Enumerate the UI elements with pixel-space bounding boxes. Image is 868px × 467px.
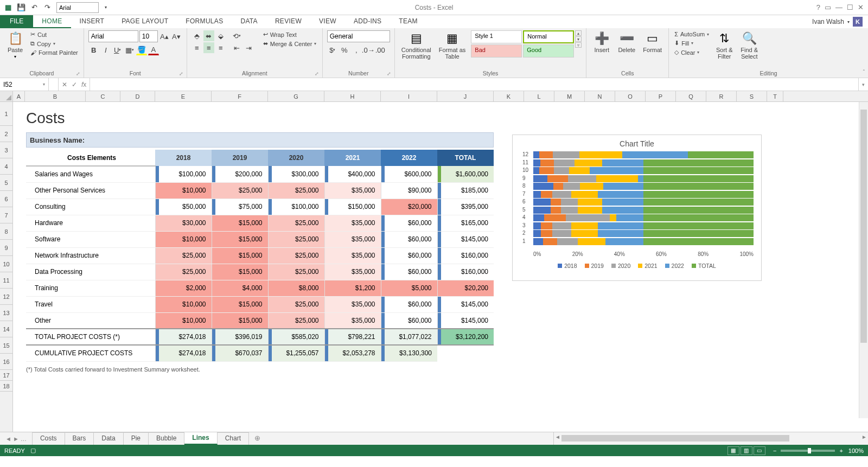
value-cell[interactable]: $8,000: [268, 280, 324, 296]
number-format-select[interactable]: [327, 30, 390, 42]
comma-icon[interactable]: ,: [351, 44, 362, 55]
dialog-launcher-icon[interactable]: ⤢: [315, 71, 319, 76]
zoom-level[interactable]: 100%: [848, 447, 864, 454]
row-header[interactable]: 11: [0, 272, 12, 289]
value-cell[interactable]: $35,000: [324, 264, 381, 280]
expand-formula-bar-icon[interactable]: ▾: [858, 78, 868, 91]
normal-view-icon[interactable]: ▦: [727, 446, 739, 455]
row-label[interactable]: Consulting: [26, 199, 155, 215]
cell-styles-gallery[interactable]: Style 1 Normal Bad Good: [471, 30, 574, 57]
value-cell[interactable]: $25,000: [155, 264, 212, 280]
column-header[interactable]: E: [155, 91, 212, 101]
tab-review[interactable]: REVIEW: [266, 15, 310, 28]
value-cell[interactable]: $4,000: [212, 280, 268, 296]
sheet-tab[interactable]: Data: [94, 432, 123, 445]
value-cell[interactable]: $35,000: [324, 312, 381, 329]
value-cell[interactable]: $150,000: [324, 199, 381, 215]
value-cell[interactable]: $100,000: [268, 199, 324, 215]
column-header[interactable]: J: [437, 91, 494, 101]
column-header[interactable]: I: [381, 91, 437, 101]
sheet-tab[interactable]: Chart: [218, 432, 249, 445]
value-cell[interactable]: $2,053,278: [324, 345, 381, 361]
format-as-table-button[interactable]: ▦ Format as Table: [437, 30, 468, 61]
row-header[interactable]: 18: [0, 381, 12, 392]
column-header[interactable]: A: [13, 91, 25, 101]
sheet-tab[interactable]: Lines: [184, 432, 217, 445]
shrink-font-icon[interactable]: A▾: [171, 31, 182, 42]
chart-object[interactable]: Chart Title 121110987654321 0%20%40%60%8…: [512, 135, 762, 281]
value-cell[interactable]: $35,000: [324, 247, 381, 264]
sheet-tab[interactable]: Pie: [124, 432, 149, 445]
tab-team[interactable]: TEAM: [390, 15, 426, 28]
vertical-scrollbar[interactable]: [859, 102, 868, 418]
value-cell[interactable]: $30,000: [155, 215, 212, 231]
row-label[interactable]: Data Processing: [26, 264, 155, 280]
value-cell[interactable]: $15,000: [212, 264, 268, 280]
value-cell[interactable]: $145,000: [437, 312, 494, 329]
value-cell[interactable]: $1,200: [324, 280, 381, 296]
value-cell[interactable]: $670,037: [212, 345, 268, 361]
value-cell[interactable]: $25,000: [268, 296, 324, 312]
value-cell[interactable]: $165,000: [437, 215, 494, 231]
format-painter-button[interactable]: 🖌 Format Painter: [29, 49, 79, 56]
value-cell[interactable]: $145,000: [437, 296, 494, 312]
tab-formulas[interactable]: FORMULAS: [177, 15, 232, 28]
value-cell[interactable]: $35,000: [324, 182, 381, 199]
value-cell[interactable]: $395,000: [437, 199, 494, 215]
row-label[interactable]: Hardware: [26, 215, 155, 231]
page-break-view-icon[interactable]: ▭: [754, 446, 765, 455]
value-cell[interactable]: $10,000: [155, 296, 212, 312]
style-good[interactable]: Good: [523, 44, 574, 57]
row-label[interactable]: Other: [26, 312, 155, 329]
value-cell[interactable]: $25,000: [268, 231, 324, 247]
value-cell[interactable]: $25,000: [268, 215, 324, 231]
collapse-ribbon-icon[interactable]: ˆ: [863, 69, 865, 75]
value-cell[interactable]: $25,000: [268, 264, 324, 280]
dialog-launcher-icon[interactable]: ⤢: [76, 71, 80, 76]
value-cell[interactable]: $75,000: [212, 199, 268, 215]
percent-icon[interactable]: %: [339, 44, 350, 55]
row-header[interactable]: 5: [0, 175, 12, 191]
value-cell[interactable]: $25,000: [268, 312, 324, 329]
autosum-button[interactable]: Σ AutoSum ▾: [673, 30, 710, 38]
zoom-in-icon[interactable]: +: [839, 447, 843, 454]
row-label[interactable]: TOTAL PROJECT COSTS (*): [26, 329, 155, 345]
value-cell[interactable]: $60,000: [381, 264, 437, 280]
qat-customize-caret[interactable]: ▾: [100, 2, 112, 14]
value-cell[interactable]: $274,018: [155, 345, 212, 361]
value-cell[interactable]: $185,000: [437, 182, 494, 199]
column-header[interactable]: N: [585, 91, 615, 101]
border-icon[interactable]: ▦▾: [124, 44, 135, 55]
clear-button[interactable]: ◇ Clear ▾: [673, 48, 710, 56]
cancel-formula-icon[interactable]: ✕: [62, 81, 67, 88]
row-header[interactable]: 7: [0, 207, 12, 223]
value-cell[interactable]: $15,000: [212, 312, 268, 329]
column-header[interactable]: K: [494, 91, 524, 101]
value-cell[interactable]: $5,000: [381, 280, 437, 296]
horizontal-scrollbar[interactable]: ◄ ►: [553, 432, 868, 445]
column-header[interactable]: P: [646, 91, 676, 101]
delete-cells-button[interactable]: ➖Delete: [616, 30, 637, 54]
wrap-text-button[interactable]: ↩ Wrap Text: [262, 30, 318, 39]
value-cell[interactable]: $160,000: [437, 247, 494, 264]
value-cell[interactable]: $3,120,200: [437, 329, 494, 345]
column-header[interactable]: O: [615, 91, 646, 101]
value-cell[interactable]: $1,077,022: [381, 329, 437, 345]
column-header[interactable]: T: [767, 91, 783, 101]
row-header[interactable]: 4: [0, 158, 12, 175]
row-header[interactable]: 14: [0, 321, 12, 337]
value-cell[interactable]: $10,000: [155, 231, 212, 247]
column-header[interactable]: D: [120, 91, 155, 101]
row-label[interactable]: Network Infrastructure: [26, 247, 155, 264]
tab-insert[interactable]: INSERT: [71, 15, 113, 28]
value-cell[interactable]: $396,019: [212, 329, 268, 345]
row-header[interactable]: 10: [0, 256, 12, 272]
row-header[interactable]: 12: [0, 289, 12, 305]
align-center-icon[interactable]: ≡: [203, 42, 214, 53]
value-cell[interactable]: $60,000: [381, 296, 437, 312]
row-header[interactable]: 9: [0, 240, 12, 256]
value-cell[interactable]: $300,000: [268, 166, 324, 182]
copy-button[interactable]: ⧉ Copy ▾: [29, 40, 79, 48]
dialog-launcher-icon[interactable]: ⤢: [179, 71, 183, 76]
row-header[interactable]: 16: [0, 354, 12, 370]
